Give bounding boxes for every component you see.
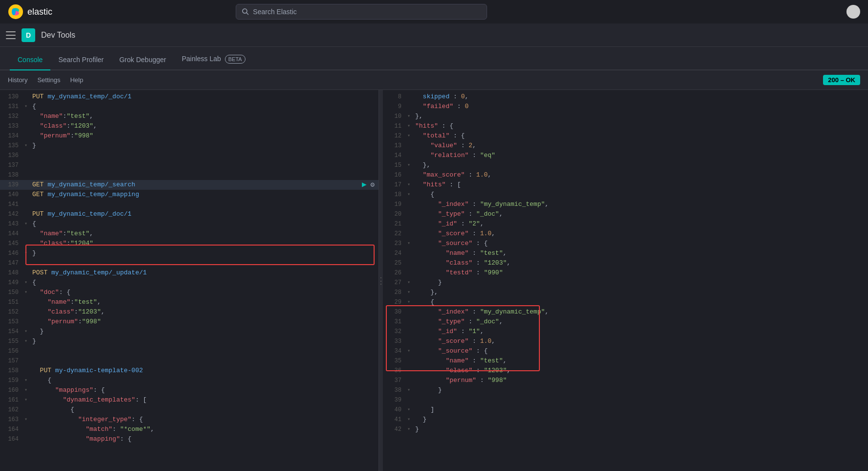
user-avatar[interactable] (846, 5, 860, 19)
editor-line-155: 155 ▾ } (0, 336, 378, 346)
toolbar: History Settings Help 200 – OK (0, 70, 868, 90)
editor-line-138: 138 (0, 170, 378, 180)
editor-line-150: 150 ▾ "doc": { (0, 288, 378, 297)
result-line-22: 22 "_score" : 1.0, (383, 229, 868, 239)
editor-line-156: 156 (0, 346, 378, 356)
editor-line-158: 158 PUT my-dynamic-template-002 (0, 366, 378, 376)
result-line-26: 26 "testd" : "990" (383, 268, 868, 278)
result-line-33: 33 "_score" : 1.0, (383, 336, 868, 346)
result-line-40: 40 ▾ ] (383, 405, 868, 415)
panel-divider[interactable]: ⋮ (379, 90, 383, 471)
tab-console[interactable]: Console (10, 50, 50, 70)
result-line-18: 18 ▾ { (383, 190, 868, 200)
result-line-39: 39 (383, 395, 868, 405)
help-button[interactable]: Help (70, 76, 83, 84)
elastic-logo[interactable]: elastic (8, 4, 52, 20)
editor-line-153: 153 "pernum":"998" (0, 317, 378, 327)
result-line-17: 17 ▾ "hits" : [ (383, 180, 868, 190)
settings-button[interactable]: Settings (37, 76, 60, 84)
editor-line-164: 164 "match": "*come*", (0, 425, 378, 434)
elastic-logo-icon (8, 4, 23, 20)
result-line-12: 12 ▾ "total" : { (383, 131, 868, 141)
tab-search-profiler[interactable]: Search Profiler (50, 50, 111, 70)
editor-line-133: 133 "class":"1203", (0, 121, 378, 131)
result-line-38: 38 ▾ } (383, 385, 868, 395)
editor-line-159: 159 ▾ { (0, 376, 378, 385)
editor-line-134: 134 "pernum":"998" (0, 131, 378, 141)
editor-line-135: 135 ▾ } (0, 141, 378, 151)
editor-line-146: 146 ▾ } (0, 248, 378, 258)
result-line-25: 25 "class" : "1203", (383, 258, 868, 268)
editor-line-161: 161 ▾ "dynamic_templates": [ (0, 395, 378, 405)
result-line-37: 37 "pernum" : "998" (383, 376, 868, 385)
result-line-31: 31 "_type" : "_doc", (383, 317, 868, 327)
second-bar: D Dev Tools (0, 23, 868, 47)
tab-painless-lab[interactable]: Painless Lab BETA (174, 49, 253, 70)
result-line-29: 29 ▾ { (383, 297, 868, 307)
history-button[interactable]: History (8, 76, 27, 84)
editor-line-142: 142 PUT my_dynamic_temp/_doc/1 (0, 209, 378, 219)
svg-point-4 (243, 9, 247, 13)
tab-grok-debugger[interactable]: Grok Debugger (111, 50, 174, 70)
editor-line-130: 130 PUT my_dynamic_temp/_doc/1 (0, 92, 378, 102)
editor-line-140: 140 GET my_dynamic_temp/_mapping (0, 190, 378, 200)
run-button[interactable]: ▶ (362, 180, 367, 190)
beta-badge: BETA (225, 55, 245, 64)
result-line-36: 36 "class" : "1203", (383, 366, 868, 376)
editor-line-154: 154 ▾ } (0, 327, 378, 336)
editor-line-163: 163 ▾ "integer_type": { (0, 415, 378, 425)
editor-line-132: 132 "name":"test", (0, 112, 378, 121)
editor-line-162: 162 { (0, 405, 378, 415)
result-line-10: 10 ▾ }, (383, 112, 868, 121)
result-code-lines: 8 skipped : 0, 9 "failed" : 0 10 ▾ }, 11… (383, 90, 868, 471)
dev-tools-title: Dev Tools (41, 31, 75, 40)
search-icon (242, 8, 249, 15)
result-line-30: 30 "_index" : "my_dynamic_temp", (383, 307, 868, 317)
editor-line-147: 147 (0, 258, 378, 268)
result-line-41: 41 ▾ } (383, 415, 868, 425)
main-content: 130 PUT my_dynamic_temp/_doc/1 131 ▾ { 1… (0, 90, 868, 471)
editor-line-131: 131 ▾ { (0, 102, 378, 112)
result-line-8: 8 skipped : 0, (383, 92, 868, 102)
editor-line-157: 157 (0, 356, 378, 366)
result-line-28: 28 ▾ }, (383, 288, 868, 297)
editor-line-149: 149 ▾ { (0, 278, 378, 288)
result-line-34: 34 ▾ "_source" : { (383, 346, 868, 356)
result-line-42: 42 ▾ } (383, 425, 868, 434)
result-line-16: 16 "max_score" : 1.0, (383, 170, 868, 180)
wrench-button[interactable]: ⚙ (371, 180, 375, 190)
svg-line-5 (246, 13, 248, 15)
result-line-13: 13 "value" : 2, (383, 141, 868, 151)
editor-line-164b: 164 "mapping": { (0, 434, 378, 444)
result-line-27: 27 ▾ } (383, 278, 868, 288)
result-line-9: 9 "failed" : 0 (383, 102, 868, 112)
editor-line-136: 136 (0, 151, 378, 160)
result-line-15: 15 ▾ }, (383, 160, 868, 170)
editor-line-143: 143 ▾ { (0, 219, 378, 229)
svg-point-3 (12, 8, 16, 15)
result-line-24: 24 "name" : "test", (383, 248, 868, 258)
editor-line-144: 144 "name":"test", (0, 229, 378, 239)
elastic-text: elastic (27, 7, 52, 17)
editor-line-152: 152 "class":"1203", (0, 307, 378, 317)
search-bar-container[interactable]: Search Elastic (236, 4, 487, 20)
editor-line-145: 145 "class":"1204" (0, 239, 378, 248)
result-line-32: 32 "_id" : "1", (383, 327, 868, 336)
hamburger-menu[interactable] (6, 31, 16, 39)
dev-avatar: D (22, 28, 35, 42)
tab-bar: Console Search Profiler Grok Debugger Pa… (0, 47, 868, 70)
editor-line-137: 137 (0, 160, 378, 170)
search-placeholder: Search Elastic (253, 8, 296, 16)
editor-line-141: 141 (0, 200, 378, 209)
result-line-19: 19 "_index" : "my_dynamic_temp", (383, 200, 868, 209)
editor-panel[interactable]: 130 PUT my_dynamic_temp/_doc/1 131 ▾ { 1… (0, 90, 379, 471)
result-line-21: 21 "_id" : "2", (383, 219, 868, 229)
result-line-35: 35 "name" : "test", (383, 356, 868, 366)
result-panel[interactable]: 8 skipped : 0, 9 "failed" : 0 10 ▾ }, 11… (383, 90, 868, 471)
editor-code-lines: 130 PUT my_dynamic_temp/_doc/1 131 ▾ { 1… (0, 90, 378, 471)
status-badge: 200 – OK (823, 75, 860, 85)
editor-line-148: 148 POST my_dynamic_temp/_update/1 (0, 268, 378, 278)
result-line-23: 23 ▾ "_source" : { (383, 239, 868, 248)
editor-line-151: 151 "name":"test", (0, 297, 378, 307)
result-line-11: 11 ▾ "hits" : { (383, 121, 868, 131)
